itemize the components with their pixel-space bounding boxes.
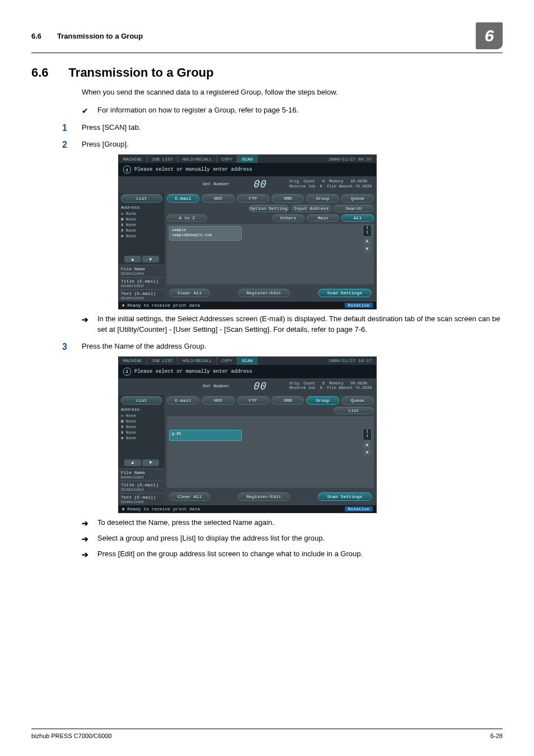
section-number: 6.6 xyxy=(31,65,49,80)
info-icon-2: i xyxy=(123,368,131,375)
address-grid: sample sample@sample.com 11 ▲ ▼ xyxy=(167,224,374,284)
chip-email[interactable]: E-mail xyxy=(167,194,199,203)
side-list-button[interactable]: List xyxy=(121,194,162,203)
chip-smb[interactable]: SMB xyxy=(271,194,304,203)
tab-copy-2[interactable]: COPY xyxy=(217,357,237,365)
panel-status-2: ♣ Ready to receive print data Rotation xyxy=(119,505,376,513)
tab-machine[interactable]: MACHINE xyxy=(119,155,147,163)
chip-queue-2[interactable]: Queue xyxy=(341,396,374,405)
chip-group-2[interactable]: Group xyxy=(306,396,339,405)
intro-paragraph: When you send the scanned data to a regi… xyxy=(82,87,503,98)
chip-email-2[interactable]: E-mail xyxy=(167,396,199,405)
chip-atoz[interactable]: A to Z xyxy=(167,214,207,222)
address-grid-2: g-01 11 ▲ ▼ xyxy=(167,416,374,488)
side-none-4: ♜ None xyxy=(121,228,162,233)
tab-holdrecall-2[interactable]: HOLD/RECALL xyxy=(178,357,217,365)
premise-row: ✔ For information on how to register a G… xyxy=(82,105,503,116)
note-3c-text: Press [Edit] on the group address list s… xyxy=(97,549,363,560)
document-page: 6.6 Transmission to a Group 6 6.6 Transm… xyxy=(0,0,534,756)
panel-tabs-2: MACHINE JOB LIST HOLD/RECALL COPY SCAN 2… xyxy=(119,357,376,365)
chip-row-2: Option Setting Input Address Search xyxy=(167,205,374,212)
scan-settings-button-2[interactable]: Scan Settings xyxy=(318,492,372,501)
chip-search[interactable]: Search xyxy=(334,205,374,212)
clear-all-button-2[interactable]: Clear All xyxy=(169,492,210,501)
side-list-button-2[interactable]: List xyxy=(121,396,162,405)
side-updown-2: ▲ ▼ xyxy=(121,459,162,466)
register-edit-button[interactable]: Register/Edit xyxy=(238,289,289,297)
note-3c: ➔ Press [Edit] on the group address list… xyxy=(82,549,503,560)
panel-datetime-2: 2009/11/27 10:17 xyxy=(324,357,376,365)
side-none-1: ✉ None xyxy=(121,211,162,217)
tab-copy[interactable]: COPY xyxy=(217,155,237,163)
footer-right: 6-28 xyxy=(490,732,503,739)
side-none-3: ♜ None xyxy=(121,222,162,228)
note-after-2-text: In the initial settings, the Select Addr… xyxy=(97,314,503,335)
tab-joblist[interactable]: JOB LIST xyxy=(147,155,178,163)
strip-setnum-label: Set Number xyxy=(203,181,229,186)
step-2-num: 2 xyxy=(62,140,82,150)
chip-smb-2[interactable]: SMB xyxy=(271,396,304,405)
chip-hdd-2[interactable]: HDD xyxy=(202,396,234,405)
chip-main[interactable]: Main xyxy=(307,214,339,222)
arrow-icon-2: ➔ xyxy=(82,518,97,529)
pager-up-button-2[interactable]: ▲ xyxy=(363,442,371,448)
side-none-5: ♣ None xyxy=(121,233,162,239)
tab-holdrecall[interactable]: HOLD/RECALL xyxy=(178,155,217,163)
grid-pager: 11 ▲ ▼ xyxy=(363,225,372,252)
side-down-button-2[interactable]: ▼ xyxy=(142,459,159,466)
panel-info: i Please select or manually enter addres… xyxy=(119,163,376,176)
chip-ftp[interactable]: FTP xyxy=(237,194,269,203)
side-down-button[interactable]: ▼ xyxy=(142,256,159,262)
panel-body: List Address ✉ None ▣ None ♜ None ♜ None… xyxy=(119,193,376,302)
pager-down-button[interactable]: ▼ xyxy=(363,246,371,252)
chip-list-2[interactable]: List xyxy=(334,407,374,414)
tab-machine-2[interactable]: MACHINE xyxy=(119,357,147,365)
side-addr-block: Address ✉ None ▣ None ♜ None ♜ None ♣ No… xyxy=(119,204,165,241)
pager-down-button-2[interactable]: ▼ xyxy=(363,449,371,456)
panel-sidebar: List Address ✉ None ▣ None ♜ None ♜ None… xyxy=(119,193,165,302)
header-section-num: 6.6 xyxy=(31,32,41,40)
side-text[interactable]: Text (E-mail) Undecided xyxy=(119,289,165,302)
panel-tabs: MACHINE JOB LIST HOLD/RECALL COPY SCAN 2… xyxy=(119,155,376,163)
page-footer: bizhub PRESS C7000/C6000 6-28 xyxy=(31,729,503,739)
chip-ftp-2[interactable]: FTP xyxy=(237,396,269,405)
step-3-num: 3 xyxy=(62,342,82,352)
side-text-2[interactable]: Text (E-mail) Undecided xyxy=(119,493,165,505)
chip-option-setting[interactable]: Option Setting xyxy=(249,205,289,212)
step-2: 2 Press [Group]. xyxy=(62,140,503,150)
info-icon: i xyxy=(123,166,131,173)
note-3b-text: Select a group and press [List] to displ… xyxy=(97,533,325,544)
clear-all-button[interactable]: Clear All xyxy=(169,289,210,297)
note-3a: ➔ To deselect the Name, press the select… xyxy=(82,518,503,529)
side-filename-2[interactable]: File Name Undecided xyxy=(119,468,165,481)
chip-queue[interactable]: Queue xyxy=(341,194,374,203)
side-title[interactable]: Title (E-mail) Undecided xyxy=(119,277,165,289)
arrow-icon-4: ➔ xyxy=(82,549,97,560)
pager-up-button[interactable]: ▲ xyxy=(363,238,371,245)
chip-row-3: A to Z Others Main All xyxy=(167,214,374,222)
panel-info-text: Please select or manually enter address xyxy=(134,167,252,172)
tab-joblist-2[interactable]: JOB LIST xyxy=(147,357,178,365)
chip-input-address[interactable]: Input Address xyxy=(291,205,331,212)
side-title-2[interactable]: Title (E-mail) Undecided xyxy=(119,481,165,493)
tab-scan[interactable]: SCAN xyxy=(237,155,257,163)
tab-scan-2[interactable]: SCAN xyxy=(237,357,257,365)
panel-main-2: E-mail HDD FTP SMB Group Queue List g-01 xyxy=(165,395,376,505)
address-cell-sample[interactable]: sample sample@sample.com xyxy=(169,226,242,241)
side-filename[interactable]: File Name Undecided xyxy=(119,265,165,277)
chip-all[interactable]: All xyxy=(341,214,374,222)
chip-others[interactable]: Others xyxy=(272,214,305,222)
scan-settings-button[interactable]: Scan Settings xyxy=(318,289,372,297)
panel-1: MACHINE JOB LIST HOLD/RECALL COPY SCAN 2… xyxy=(118,154,377,309)
side-up-button-2[interactable]: ▲ xyxy=(124,459,141,466)
address-cell-g01[interactable]: g-01 xyxy=(169,430,242,441)
panel-info-2: i Please select or manually enter addres… xyxy=(119,365,376,378)
side-up-button[interactable]: ▲ xyxy=(124,256,141,262)
chip-group[interactable]: Group xyxy=(306,194,339,203)
side-updown: ▲ ▼ xyxy=(121,256,162,262)
chip-hdd[interactable]: HDD xyxy=(202,194,234,203)
register-edit-button-2[interactable]: Register/Edit xyxy=(238,492,289,501)
status-rotation: Rotation xyxy=(345,303,373,308)
strip-setnum-value: 00 xyxy=(253,178,266,190)
panel-body-2: List Address ✉ None ▣ None ♜ None ♜ None… xyxy=(119,395,376,505)
